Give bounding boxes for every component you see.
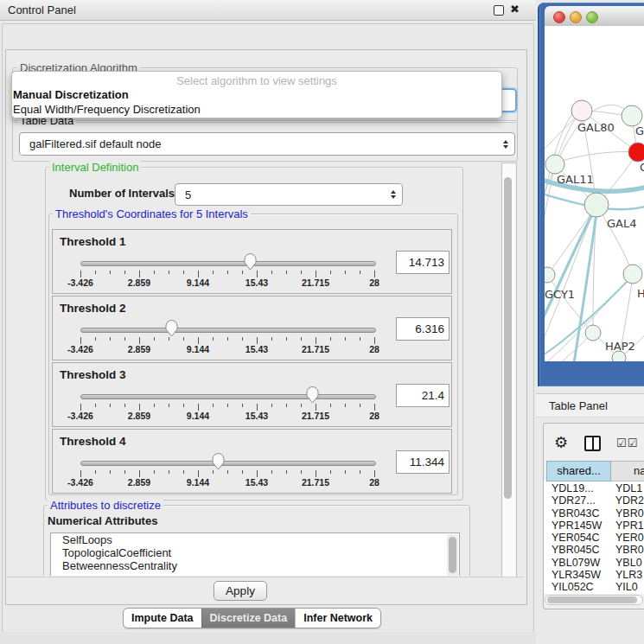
table-row[interactable]: YBR043CYBR0 <box>544 507 644 520</box>
network-edge[interactable] <box>556 152 637 163</box>
table-row[interactable]: YDR27...YDR2 <box>544 494 644 507</box>
close-icon[interactable]: ✖ <box>510 3 520 16</box>
dropdown-option[interactable]: Equal Width/Frequency Discretization <box>12 102 501 117</box>
number-of-intervals-combobox[interactable]: 5 <box>175 183 403 206</box>
table-panel-title: Table Panel <box>549 399 608 412</box>
network-node[interactable] <box>585 325 601 341</box>
network-node-label: H <box>637 287 644 300</box>
table-row[interactable]: YBL079WYBL0 <box>544 557 644 569</box>
slider-thumb[interactable] <box>244 253 257 271</box>
slider-tick-label: -3.426 <box>60 344 101 354</box>
cell-shared-name[interactable]: YBR043C <box>544 507 610 520</box>
cell-shared-name[interactable]: YIL052C <box>544 581 610 593</box>
attribute-list-item[interactable]: SelfLoops <box>51 533 459 546</box>
cell-shared-name[interactable]: YDR27... <box>544 494 610 507</box>
table-row[interactable]: YBR045CYBR0 <box>544 544 644 556</box>
float-window-icon[interactable] <box>494 5 504 16</box>
close-traffic-light[interactable] <box>553 11 565 23</box>
combo-stepper-icon <box>391 190 396 199</box>
tab-impute-data[interactable]: Impute Data <box>124 609 201 628</box>
cell-name[interactable]: YBL0 <box>610 557 642 569</box>
network-node[interactable] <box>622 105 642 126</box>
threshold-value-field[interactable]: 14.713 <box>396 251 450 274</box>
cell-name[interactable]: YBR0 <box>610 544 644 556</box>
zoom-traffic-light[interactable] <box>586 11 598 23</box>
cell-name[interactable]: YPR1 <box>610 520 644 532</box>
tab-label: Discretize Data <box>210 612 288 624</box>
threshold-label: Threshold 4 <box>60 435 126 448</box>
threshold-value-field[interactable]: 21.4 <box>396 384 450 407</box>
dropdown-prompt: Select algorithm to view settings <box>12 72 501 87</box>
bottom-tab-bar: Impute DataDiscretize DataInfer Network <box>123 608 381 628</box>
network-graph-svg: GAL80GACGAL11GAL4GCY1HHAP2 <box>545 26 644 361</box>
network-edge[interactable] <box>597 206 632 273</box>
threshold-value-field[interactable]: 6.316 <box>396 317 450 341</box>
slider-thumb[interactable] <box>306 386 319 404</box>
cell-shared-name[interactable]: YER054C <box>544 532 610 544</box>
cell-name[interactable]: YDR2 <box>610 494 644 507</box>
cell-name[interactable]: YDL1 <box>610 482 642 494</box>
network-canvas[interactable]: GAL80GACGAL11GAL4GCY1HHAP2 <box>545 26 644 361</box>
slider-track[interactable] <box>80 461 376 466</box>
cell-name[interactable]: YLR3 <box>610 569 642 581</box>
table-row[interactable]: YDL19...YDL1 <box>544 482 644 494</box>
cell-shared-name[interactable]: YPR145W <box>544 520 610 532</box>
minimize-traffic-light[interactable] <box>570 11 582 23</box>
slider-tick-label: 21.715 <box>295 277 336 288</box>
network-node[interactable] <box>545 267 555 283</box>
cell-name[interactable]: YER0 <box>610 532 644 544</box>
slider-thumb[interactable] <box>212 453 225 470</box>
slider-track[interactable] <box>80 328 376 333</box>
network-window-titlebar[interactable] <box>545 6 644 27</box>
cell-shared-name[interactable]: YBL079W <box>544 557 610 569</box>
table-data-group: Table Data galFiltered.sif default node <box>12 120 518 162</box>
table-data-combobox[interactable]: galFiltered.sif default node <box>19 132 515 156</box>
network-node-label: HAP2 <box>605 340 635 353</box>
attribute-list-item[interactable]: BetweennessCentrality <box>51 559 459 572</box>
apply-button[interactable]: Apply <box>214 581 267 601</box>
column-header-name[interactable]: na <box>611 461 644 481</box>
cell-shared-name[interactable]: YDL19... <box>544 482 610 494</box>
slider-tick-label: 21.715 <box>295 477 336 488</box>
slider-tick-label: 2.859 <box>118 277 160 288</box>
slider-tick-label: -3.426 <box>60 277 101 288</box>
numerical-attributes-list[interactable]: SelfLoopsTopologicalCoefficientBetweenne… <box>50 532 460 576</box>
slider-track[interactable] <box>80 261 376 266</box>
table-row[interactable]: YER054CYER0 <box>544 532 644 544</box>
tab-discretize-data[interactable]: Discretize Data <box>201 609 296 628</box>
attributes-clip-region: Attributes to discretize Numerical Attri… <box>11 500 501 576</box>
interval-definition-title: Interval Definition <box>49 161 141 174</box>
network-node[interactable] <box>628 143 644 162</box>
slider-tick-label: 2.859 <box>118 411 160 421</box>
slider-track[interactable] <box>80 394 376 399</box>
network-node[interactable] <box>571 100 592 121</box>
select-checkboxes-icon[interactable]: ☑☑ <box>616 437 638 450</box>
threshold-panel-1: Threshold 1-3.4262.8599.14415.4321.71528… <box>52 229 452 294</box>
network-node[interactable] <box>545 155 564 174</box>
table-row[interactable]: YIL052CYIL0 <box>544 581 644 593</box>
gear-icon[interactable]: ⚙ <box>554 433 568 452</box>
settings-vertical-scrollbar[interactable] <box>501 163 517 577</box>
network-node[interactable] <box>623 265 642 284</box>
tab-infer-network[interactable]: Infer Network <box>295 609 380 628</box>
slider-tick-label: 28 <box>354 477 395 488</box>
threshold-label: Threshold 3 <box>60 368 126 381</box>
attribute-list-item[interactable]: TopologicalCoefficient <box>51 546 459 559</box>
table-row[interactable]: YLR345WYLR3 <box>544 569 644 581</box>
columns-icon[interactable] <box>584 436 601 451</box>
network-edge[interactable] <box>545 166 555 238</box>
column-header-shared-name[interactable]: shared... <box>546 461 611 481</box>
cell-name[interactable]: YIL0 <box>610 581 638 593</box>
cell-shared-name[interactable]: YBR045C <box>544 544 610 556</box>
dropdown-option[interactable]: Manual Discretization <box>12 87 501 102</box>
divider <box>7 577 524 577</box>
network-node[interactable] <box>584 193 609 217</box>
table-row[interactable]: YPR145WYPR1 <box>544 520 644 532</box>
slider-thumb[interactable] <box>165 320 178 337</box>
cell-shared-name[interactable]: YLR345W <box>544 569 610 581</box>
table-panel-header: Table Panel <box>536 393 644 418</box>
cell-name[interactable]: YBR0 <box>610 507 644 520</box>
threshold-value-field[interactable]: 11.344 <box>396 450 450 474</box>
attributes-list-scrollbar[interactable] <box>447 534 458 576</box>
table-horizontal-scrollbar[interactable] <box>545 595 643 605</box>
